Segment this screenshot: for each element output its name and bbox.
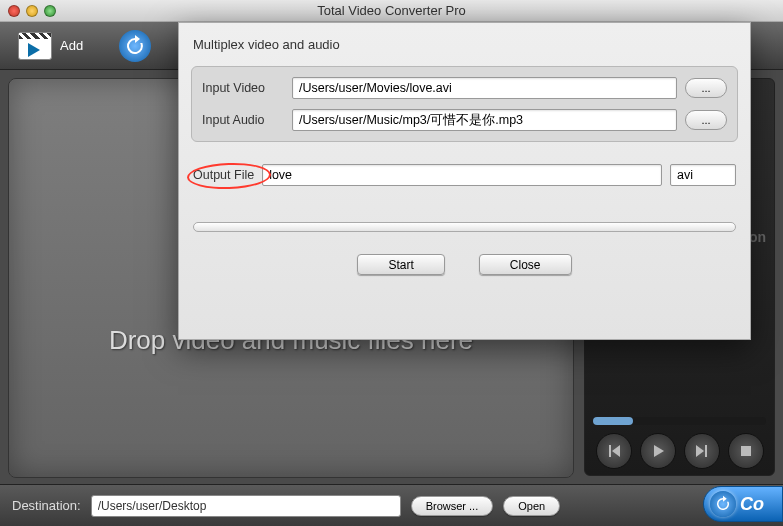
convert-button-label: Co: [740, 494, 764, 515]
input-video-label: Input Video: [202, 81, 284, 95]
input-video-field[interactable]: [292, 77, 677, 99]
dialog-actions: Start Close: [179, 254, 750, 275]
svg-rect-0: [741, 446, 751, 456]
dialog-title: Multiplex video and audio: [179, 23, 750, 60]
output-file-label-text: Output File: [193, 168, 254, 182]
convert-refresh-icon: [710, 491, 736, 517]
input-group: Input Video ... Input Audio ...: [191, 66, 738, 142]
browse-audio-button[interactable]: ...: [685, 110, 727, 130]
browse-video-button[interactable]: ...: [685, 78, 727, 98]
refresh-button[interactable]: [119, 30, 151, 62]
destination-label: Destination:: [12, 498, 81, 513]
window-title: Total Video Converter Pro: [0, 3, 783, 18]
next-button[interactable]: [684, 433, 720, 469]
destination-input[interactable]: [91, 495, 401, 517]
input-audio-field[interactable]: [292, 109, 677, 131]
input-video-row: Input Video ...: [202, 77, 727, 99]
browser-button[interactable]: Browser ...: [411, 496, 494, 516]
clapboard-icon: [18, 32, 52, 60]
window-titlebar: Total Video Converter Pro: [0, 0, 783, 22]
output-extension-field[interactable]: [670, 164, 736, 186]
input-audio-row: Input Audio ...: [202, 109, 727, 131]
convert-button[interactable]: Co: [703, 486, 783, 522]
input-audio-label: Input Audio: [202, 113, 284, 127]
open-button[interactable]: Open: [503, 496, 560, 516]
progress-bar: [193, 222, 736, 232]
add-button[interactable]: Add: [18, 32, 83, 60]
output-row: Output File: [193, 164, 736, 186]
playback-controls: [585, 433, 774, 469]
close-button[interactable]: Close: [479, 254, 572, 275]
stop-button[interactable]: [728, 433, 764, 469]
bottom-bar: Destination: Browser ... Open Co: [0, 484, 783, 526]
start-button[interactable]: Start: [357, 254, 444, 275]
add-button-label: Add: [60, 38, 83, 53]
prev-button[interactable]: [596, 433, 632, 469]
seek-bar[interactable]: [593, 417, 766, 425]
output-file-label: Output File: [193, 168, 254, 182]
multiplex-dialog: Multiplex video and audio Input Video ..…: [178, 22, 751, 340]
output-file-field[interactable]: [262, 164, 662, 186]
play-button[interactable]: [640, 433, 676, 469]
